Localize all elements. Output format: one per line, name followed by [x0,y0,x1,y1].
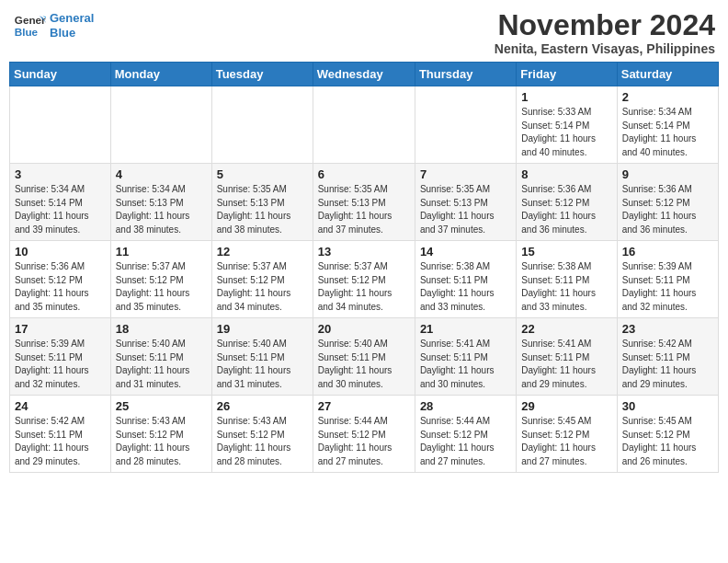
day-info: Sunrise: 5:36 AM Sunset: 5:12 PM Dayligh… [622,183,713,236]
calendar-cell: 9Sunrise: 5:36 AM Sunset: 5:12 PM Daylig… [617,164,718,241]
day-number: 1 [521,90,611,104]
calendar-cell: 24Sunrise: 5:42 AM Sunset: 5:11 PM Dayli… [10,396,111,473]
day-info: Sunrise: 5:34 AM Sunset: 5:14 PM Dayligh… [15,183,106,236]
day-info: Sunrise: 5:38 AM Sunset: 5:11 PM Dayligh… [420,260,511,314]
day-info: Sunrise: 5:36 AM Sunset: 5:12 PM Dayligh… [15,260,106,314]
day-info: Sunrise: 5:37 AM Sunset: 5:12 PM Dayligh… [116,260,207,314]
day-number: 30 [622,399,713,413]
calendar-cell: 5Sunrise: 5:35 AM Sunset: 5:13 PM Daylig… [211,164,313,241]
week-row-3: 10Sunrise: 5:36 AM Sunset: 5:12 PM Dayli… [10,241,719,318]
location: Nenita, Eastern Visayas, Philippines [495,41,715,56]
logo-blue: Blue [50,26,94,40]
day-number: 6 [318,167,410,181]
calendar-cell: 6Sunrise: 5:35 AM Sunset: 5:13 PM Daylig… [313,164,415,241]
calendar-cell: 17Sunrise: 5:39 AM Sunset: 5:11 PM Dayli… [10,318,111,396]
week-row-2: 3Sunrise: 5:34 AM Sunset: 5:14 PM Daylig… [10,164,719,241]
calendar-cell: 13Sunrise: 5:37 AM Sunset: 5:12 PM Dayli… [313,241,415,318]
calendar-table: SundayMondayTuesdayWednesdayThursdayFrid… [9,62,719,473]
day-info: Sunrise: 5:35 AM Sunset: 5:13 PM Dayligh… [217,183,308,236]
logo: General Blue General Blue [13,9,94,42]
calendar-cell: 11Sunrise: 5:37 AM Sunset: 5:12 PM Dayli… [110,241,211,318]
month-title: November 2024 [495,9,715,41]
page-header: General Blue General Blue November 2024 … [9,9,719,56]
logo-icon: General Blue [13,9,46,42]
calendar-cell: 21Sunrise: 5:41 AM Sunset: 5:11 PM Dayli… [415,318,516,396]
day-info: Sunrise: 5:44 AM Sunset: 5:12 PM Dayligh… [318,415,410,468]
calendar-cell: 29Sunrise: 5:45 AM Sunset: 5:12 PM Dayli… [517,396,617,473]
calendar-cell [313,86,415,164]
weekday-header-friday: Friday [517,63,617,86]
day-info: Sunrise: 5:43 AM Sunset: 5:12 PM Dayligh… [217,415,308,468]
day-number: 14 [420,245,511,259]
week-row-4: 17Sunrise: 5:39 AM Sunset: 5:11 PM Dayli… [10,318,719,396]
calendar-cell: 10Sunrise: 5:36 AM Sunset: 5:12 PM Dayli… [10,241,111,318]
day-number: 12 [217,245,308,259]
day-info: Sunrise: 5:34 AM Sunset: 5:14 PM Dayligh… [622,106,713,159]
calendar-cell [110,86,211,164]
weekday-header-tuesday: Tuesday [211,63,313,86]
calendar-cell: 3Sunrise: 5:34 AM Sunset: 5:14 PM Daylig… [10,164,111,241]
weekday-header-thursday: Thursday [415,63,516,86]
day-number: 10 [15,245,106,259]
svg-text:General: General [15,14,46,26]
day-info: Sunrise: 5:39 AM Sunset: 5:11 PM Dayligh… [15,338,106,391]
day-info: Sunrise: 5:41 AM Sunset: 5:11 PM Dayligh… [420,338,511,391]
day-number: 5 [217,167,308,181]
logo-general: General [50,11,94,26]
calendar-cell: 12Sunrise: 5:37 AM Sunset: 5:12 PM Dayli… [211,241,313,318]
day-number: 21 [420,322,511,336]
day-number: 23 [622,322,713,336]
day-info: Sunrise: 5:45 AM Sunset: 5:12 PM Dayligh… [521,415,611,468]
day-number: 19 [217,322,308,336]
day-number: 7 [420,167,511,181]
day-number: 24 [15,399,106,413]
calendar-cell: 16Sunrise: 5:39 AM Sunset: 5:11 PM Dayli… [617,241,718,318]
day-number: 27 [318,399,410,413]
day-info: Sunrise: 5:36 AM Sunset: 5:12 PM Dayligh… [521,183,611,236]
day-info: Sunrise: 5:35 AM Sunset: 5:13 PM Dayligh… [420,183,511,236]
day-info: Sunrise: 5:44 AM Sunset: 5:12 PM Dayligh… [420,415,511,468]
day-info: Sunrise: 5:37 AM Sunset: 5:12 PM Dayligh… [217,260,308,314]
calendar-cell: 30Sunrise: 5:45 AM Sunset: 5:12 PM Dayli… [617,396,718,473]
day-info: Sunrise: 5:45 AM Sunset: 5:12 PM Dayligh… [622,415,713,468]
calendar-cell: 27Sunrise: 5:44 AM Sunset: 5:12 PM Dayli… [313,396,415,473]
day-number: 20 [318,322,410,336]
day-info: Sunrise: 5:40 AM Sunset: 5:11 PM Dayligh… [318,338,410,391]
day-number: 13 [318,245,410,259]
weekday-header-monday: Monday [110,63,211,86]
weekday-header-row: SundayMondayTuesdayWednesdayThursdayFrid… [10,63,719,86]
day-info: Sunrise: 5:37 AM Sunset: 5:12 PM Dayligh… [318,260,410,314]
calendar-cell: 1Sunrise: 5:33 AM Sunset: 5:14 PM Daylig… [517,86,617,164]
day-info: Sunrise: 5:40 AM Sunset: 5:11 PM Dayligh… [217,338,308,391]
day-number: 9 [622,167,713,181]
calendar-cell [211,86,313,164]
day-number: 17 [15,322,106,336]
day-number: 4 [116,167,207,181]
calendar-cell: 19Sunrise: 5:40 AM Sunset: 5:11 PM Dayli… [211,318,313,396]
day-info: Sunrise: 5:34 AM Sunset: 5:13 PM Dayligh… [116,183,207,236]
calendar-cell: 26Sunrise: 5:43 AM Sunset: 5:12 PM Dayli… [211,396,313,473]
day-number: 22 [521,322,611,336]
day-info: Sunrise: 5:35 AM Sunset: 5:13 PM Dayligh… [318,183,410,236]
calendar-cell: 28Sunrise: 5:44 AM Sunset: 5:12 PM Dayli… [415,396,516,473]
day-number: 11 [116,245,207,259]
day-number: 18 [116,322,207,336]
svg-text:Blue: Blue [15,26,39,38]
day-number: 29 [521,399,611,413]
calendar-cell: 23Sunrise: 5:42 AM Sunset: 5:11 PM Dayli… [617,318,718,396]
day-number: 2 [622,90,713,104]
day-info: Sunrise: 5:42 AM Sunset: 5:11 PM Dayligh… [622,338,713,391]
calendar-cell: 20Sunrise: 5:40 AM Sunset: 5:11 PM Dayli… [313,318,415,396]
calendar-cell: 22Sunrise: 5:41 AM Sunset: 5:11 PM Dayli… [517,318,617,396]
week-row-5: 24Sunrise: 5:42 AM Sunset: 5:11 PM Dayli… [10,396,719,473]
calendar-cell [415,86,516,164]
calendar-cell: 7Sunrise: 5:35 AM Sunset: 5:13 PM Daylig… [415,164,516,241]
calendar-cell: 18Sunrise: 5:40 AM Sunset: 5:11 PM Dayli… [110,318,211,396]
day-number: 25 [116,399,207,413]
day-number: 15 [521,245,611,259]
day-info: Sunrise: 5:40 AM Sunset: 5:11 PM Dayligh… [116,338,207,391]
day-number: 26 [217,399,308,413]
day-number: 16 [622,245,713,259]
calendar-cell: 4Sunrise: 5:34 AM Sunset: 5:13 PM Daylig… [110,164,211,241]
weekday-header-wednesday: Wednesday [313,63,415,86]
